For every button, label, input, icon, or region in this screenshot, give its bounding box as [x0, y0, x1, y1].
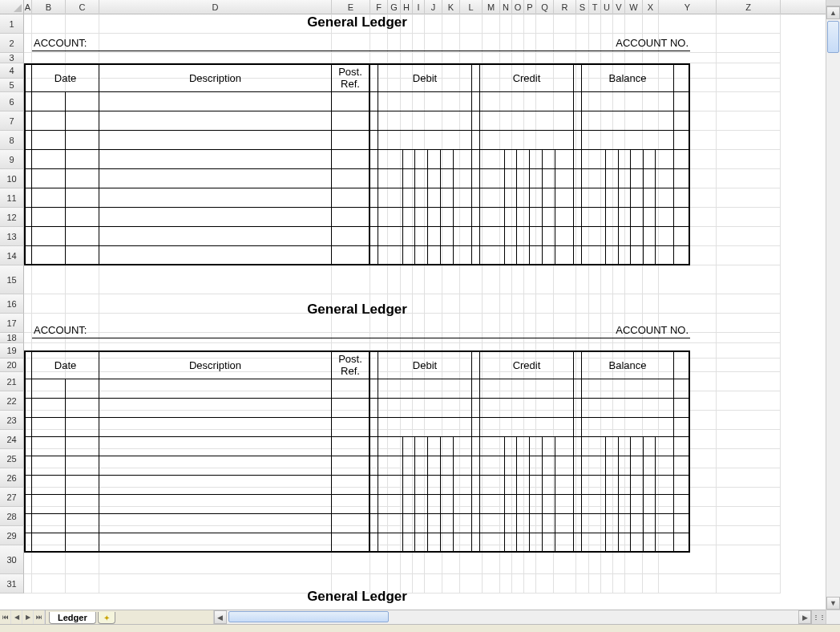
cell-L17[interactable]: [460, 314, 483, 333]
cell-V28[interactable]: [613, 507, 625, 526]
cell-O8[interactable]: [512, 131, 524, 150]
cell-T19[interactable]: [589, 343, 601, 359]
cell-W28[interactable]: [625, 507, 643, 526]
cell-A22[interactable]: [24, 391, 32, 411]
cell-N25[interactable]: [500, 449, 512, 468]
cell-F3[interactable]: [370, 53, 388, 63]
cell-U30[interactable]: [601, 545, 613, 574]
cell-W14[interactable]: [625, 246, 643, 265]
cell-I15[interactable]: [413, 265, 425, 294]
cell-P31[interactable]: [524, 574, 536, 594]
cell-M27[interactable]: [483, 488, 500, 507]
cell-E16[interactable]: [332, 294, 370, 314]
cell-Z16[interactable]: [717, 294, 781, 314]
cell-E14[interactable]: [332, 246, 370, 265]
cell-Z27[interactable]: [717, 488, 781, 507]
row-header-19[interactable]: 19: [0, 343, 24, 359]
row-header-1[interactable]: 1: [0, 14, 24, 34]
row-header-17[interactable]: 17: [0, 314, 24, 333]
row-header-27[interactable]: 27: [0, 488, 24, 507]
cell-I12[interactable]: [413, 208, 425, 227]
col-header-V[interactable]: V: [613, 0, 625, 14]
cell-N9[interactable]: [500, 150, 512, 169]
cell-H8[interactable]: [401, 131, 413, 150]
cell-O26[interactable]: [512, 468, 524, 488]
cell-Y31[interactable]: [659, 574, 717, 594]
cell-S14[interactable]: [576, 246, 589, 265]
cell-A3[interactable]: [24, 53, 32, 63]
cell-E15[interactable]: [332, 265, 370, 294]
cell-T11[interactable]: [589, 188, 601, 208]
cell-B17[interactable]: [32, 314, 66, 333]
cell-D21[interactable]: [99, 372, 332, 391]
cell-H6[interactable]: [401, 92, 413, 111]
cell-J16[interactable]: [425, 294, 442, 314]
cell-V22[interactable]: [613, 391, 625, 411]
cell-I14[interactable]: [413, 246, 425, 265]
cell-G13[interactable]: [388, 227, 401, 246]
cell-O14[interactable]: [512, 246, 524, 265]
cell-V5[interactable]: [613, 79, 625, 92]
cell-M24[interactable]: [483, 430, 500, 449]
cell-D22[interactable]: [99, 391, 332, 411]
cell-K23[interactable]: [442, 411, 460, 430]
cell-P3[interactable]: [524, 53, 536, 63]
cell-R15[interactable]: [554, 265, 576, 294]
cell-L19[interactable]: [460, 343, 483, 359]
cell-R4[interactable]: [554, 63, 576, 79]
cell-V17[interactable]: [613, 314, 625, 333]
cell-D2[interactable]: [99, 34, 332, 53]
col-header-M[interactable]: M: [483, 0, 500, 14]
cell-S2[interactable]: [576, 34, 589, 53]
cell-D30[interactable]: [99, 545, 332, 574]
cell-J26[interactable]: [425, 468, 442, 488]
cell-P21[interactable]: [524, 372, 536, 391]
row-header-3[interactable]: 3: [0, 53, 24, 63]
cell-G30[interactable]: [388, 545, 401, 574]
cell-I1[interactable]: [413, 14, 425, 34]
cell-J14[interactable]: [425, 246, 442, 265]
cell-B1[interactable]: [32, 14, 66, 34]
cell-O27[interactable]: [512, 488, 524, 507]
col-header-N[interactable]: N: [500, 0, 512, 14]
cell-O21[interactable]: [512, 372, 524, 391]
cell-W18[interactable]: [625, 333, 643, 343]
cell-Z18[interactable]: [717, 333, 781, 343]
cell-C22[interactable]: [66, 391, 99, 411]
row-header-4[interactable]: 4: [0, 63, 24, 79]
cell-Z22[interactable]: [717, 391, 781, 411]
cell-G28[interactable]: [388, 507, 401, 526]
cell-X16[interactable]: [643, 294, 659, 314]
cell-M14[interactable]: [483, 246, 500, 265]
cell-D13[interactable]: [99, 227, 332, 246]
cell-U18[interactable]: [601, 333, 613, 343]
cell-J29[interactable]: [425, 526, 442, 545]
cell-D27[interactable]: [99, 488, 332, 507]
cell-M26[interactable]: [483, 468, 500, 488]
cell-Q16[interactable]: [536, 294, 554, 314]
cell-G11[interactable]: [388, 188, 401, 208]
cell-R18[interactable]: [554, 333, 576, 343]
cell-X22[interactable]: [643, 391, 659, 411]
cell-U25[interactable]: [601, 449, 613, 468]
cell-Y23[interactable]: [659, 411, 717, 430]
horizontal-scrollbar[interactable]: ◀ ▶ ⋮⋮: [213, 610, 826, 624]
split-handle-top[interactable]: [826, 0, 840, 6]
cell-C27[interactable]: [66, 488, 99, 507]
cell-F7[interactable]: [370, 111, 388, 131]
row-header-23[interactable]: 23: [0, 411, 24, 430]
cell-V19[interactable]: [613, 343, 625, 359]
cell-N22[interactable]: [500, 391, 512, 411]
cell-N24[interactable]: [500, 430, 512, 449]
cell-B28[interactable]: [32, 507, 66, 526]
cell-K26[interactable]: [442, 468, 460, 488]
cell-S5[interactable]: [576, 79, 589, 92]
cell-F11[interactable]: [370, 188, 388, 208]
cell-U29[interactable]: [601, 526, 613, 545]
cell-U28[interactable]: [601, 507, 613, 526]
cell-E24[interactable]: [332, 430, 370, 449]
cell-D8[interactable]: [99, 131, 332, 150]
cell-J25[interactable]: [425, 449, 442, 468]
cell-F12[interactable]: [370, 208, 388, 227]
cell-Q11[interactable]: [536, 188, 554, 208]
